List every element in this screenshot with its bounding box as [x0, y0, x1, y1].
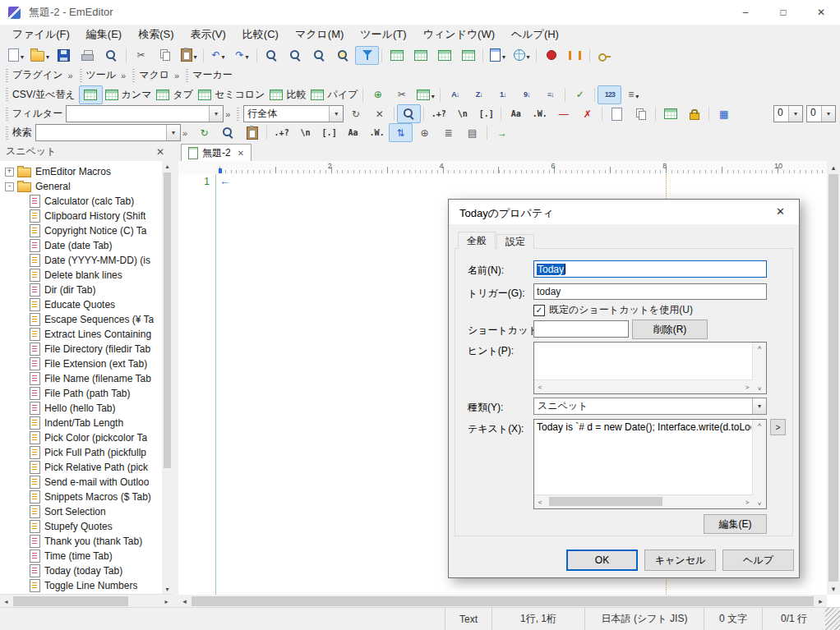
filter-highlight-button[interactable]: —: [552, 104, 575, 123]
tree-snippet-item[interactable]: File Extension (ext Tab): [0, 356, 162, 371]
tree-folder-item[interactable]: -General: [0, 179, 162, 194]
tree-macro-item[interactable]: Extract Lines Containing: [0, 327, 162, 342]
overflow-chevron-icon[interactable]: »: [225, 109, 230, 119]
filter-protect-button[interactable]: [682, 104, 706, 123]
toolbar-group-macros[interactable]: マクロ: [139, 68, 169, 82]
tree-macro-item[interactable]: Stupefy Quotes: [0, 519, 162, 534]
scroll-right-icon[interactable]: ▸: [160, 595, 173, 608]
search-number-range-button[interactable]: [.]: [317, 123, 341, 142]
search-whole-word-button[interactable]: .W.: [365, 123, 389, 142]
tree-snippet-item[interactable]: Calculator (calc Tab): [0, 194, 162, 209]
csv-convert-button[interactable]: [408, 46, 432, 65]
open-file-button[interactable]: [28, 46, 52, 65]
print-preview-button[interactable]: [99, 46, 123, 65]
csv-options-button[interactable]: [432, 46, 456, 65]
scroll-left-icon[interactable]: ◂: [178, 595, 191, 608]
csv-tab-button[interactable]: タブ: [154, 85, 196, 104]
resize-grip[interactable]: [825, 608, 840, 630]
tree-snippet-item[interactable]: Thank you (thank Tab): [0, 534, 162, 549]
toolbar-grip[interactable]: [6, 88, 8, 101]
find-button[interactable]: [260, 46, 284, 65]
tree-folder-item[interactable]: +EmEditor Macros: [0, 164, 162, 179]
menu-item-help[interactable]: ヘルプ(H): [503, 25, 567, 44]
sort-number-descending-button[interactable]: 9↓: [515, 85, 538, 104]
scroll-down-icon[interactable]: ˅: [753, 499, 766, 508]
csv-menu-button[interactable]: ≡: [621, 85, 645, 104]
tree-macro-item[interactable]: Copyright Notice (C) Ta: [0, 223, 162, 238]
chevron-down-icon[interactable]: [166, 125, 180, 140]
tree-snippet-item[interactable]: File Name (filename Tab: [0, 371, 162, 386]
scroll-right-icon[interactable]: ˃: [743, 380, 751, 393]
cut-button[interactable]: ✂: [129, 46, 153, 65]
hint-vertical-scrollbar[interactable]: ˄ ˅: [752, 343, 766, 393]
paste-button[interactable]: [177, 46, 201, 65]
undo-button[interactable]: ↶: [206, 46, 230, 65]
scroll-right-icon[interactable]: ˃: [743, 495, 751, 508]
edit-button[interactable]: 編集(E): [704, 514, 767, 534]
default-shortcut-row[interactable]: ✓ 既定のショートカットを使用(U): [533, 303, 693, 317]
line-numbers-button[interactable]: 123: [598, 85, 621, 104]
toolbar-grip[interactable]: [132, 69, 135, 82]
replace-in-files-button[interactable]: [331, 46, 355, 65]
tree-snippet-item[interactable]: Today (today Tab): [0, 563, 162, 578]
toolbar-grip[interactable]: [6, 108, 8, 121]
tree-macro-item[interactable]: Pick Full Path (pickfullp: [0, 445, 162, 460]
help-button[interactable]: ヘルプ: [722, 550, 794, 571]
search-sync-button[interactable]: ↻: [192, 123, 216, 142]
tree-macro-item[interactable]: Clipboard History (Shift: [0, 209, 162, 223]
search-extract-button[interactable]: ▤: [460, 123, 484, 142]
filter-regex-button[interactable]: .+?: [427, 104, 450, 123]
chevron-down-icon[interactable]: [752, 398, 766, 414]
snippets-vertical-scrollbar[interactable]: ▴ ▾: [162, 161, 173, 595]
tree-macro-item[interactable]: Pick Color (pickcolor Ta: [0, 430, 162, 445]
toolbar-group-tools[interactable]: ツール: [86, 68, 117, 82]
search-match-case-button[interactable]: Aa: [341, 123, 365, 142]
text-textarea[interactable]: Today is `# d = new Date(); Interface.wr…: [533, 419, 767, 509]
tree-snippet-item[interactable]: Dir (dir Tab): [0, 283, 162, 297]
chevron-down-icon[interactable]: [788, 106, 802, 122]
filter-negative-button[interactable]: ✗: [575, 104, 599, 123]
menu-item-macros[interactable]: マクロ(M): [287, 25, 352, 44]
snippets-panel-close-button[interactable]: ✕: [154, 146, 167, 158]
toolbar-grip[interactable]: [6, 69, 8, 82]
shortcut-input[interactable]: [533, 320, 629, 338]
filter-toolbar-toggle-button[interactable]: [355, 46, 379, 65]
name-input[interactable]: Today: [533, 260, 767, 278]
filter-copy-lines-button[interactable]: [629, 104, 653, 123]
tab-general[interactable]: 全般: [458, 232, 496, 249]
print-button[interactable]: [76, 46, 99, 65]
add-column-button[interactable]: ⊕: [366, 85, 390, 104]
pause-macro-button[interactable]: [563, 46, 587, 65]
csv-tools-button[interactable]: [456, 46, 480, 65]
tree-macro-item[interactable]: Escape Sequences (¥ Ta: [0, 312, 162, 327]
select-configuration-button[interactable]: [486, 46, 510, 65]
toolbar-grip[interactable]: [186, 69, 188, 82]
menu-item-compare[interactable]: 比較(C): [234, 25, 287, 44]
csv-semicolon-button[interactable]: セミコロン: [196, 85, 267, 104]
tree-macro-item[interactable]: Sort Selection: [0, 504, 162, 519]
toolbar-grip[interactable]: [80, 69, 82, 82]
filter-match-case-button[interactable]: Aa: [504, 104, 528, 123]
sort-text-descending-button[interactable]: Z↓: [467, 85, 491, 104]
chevron-down-icon[interactable]: [209, 106, 223, 122]
filter-level-count-dropdown[interactable]: 0: [773, 105, 803, 122]
tree-macro-item[interactable]: Indent/Tab Length: [0, 416, 162, 430]
convert-csv-button[interactable]: [413, 85, 437, 104]
menu-item-file[interactable]: ファイル(F): [4, 25, 78, 44]
save-button[interactable]: [52, 46, 76, 65]
tab-close-icon[interactable]: ✕: [238, 149, 244, 158]
document-tab[interactable]: 無題-2 ✕: [181, 144, 252, 162]
scroll-left-icon[interactable]: ˂: [536, 380, 544, 393]
tree-expander[interactable]: +: [5, 168, 14, 177]
csv-pipe-button[interactable]: パイプ: [308, 85, 360, 104]
overflow-chevron-icon[interactable]: »: [67, 71, 72, 80]
close-button[interactable]: ✕: [802, 0, 840, 25]
tree-macro-item[interactable]: Pick Relative Path (pick: [0, 460, 162, 475]
type-dropdown[interactable]: スニペット: [533, 398, 767, 415]
dialog-close-button[interactable]: ✕: [762, 200, 799, 223]
search-count-button[interactable]: ⊕: [413, 123, 436, 142]
scroll-right-icon[interactable]: ▸: [815, 595, 827, 608]
minimize-button[interactable]: –: [727, 0, 764, 25]
scrollbar-thumb[interactable]: [549, 497, 662, 506]
cancel-button[interactable]: キャンセル: [644, 550, 716, 571]
